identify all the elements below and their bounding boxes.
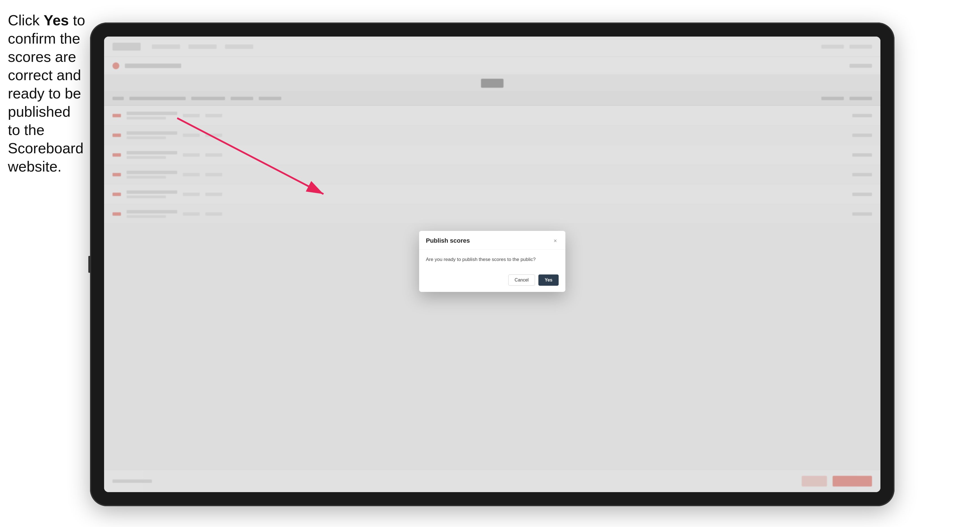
modal-title: Publish scores <box>426 237 470 244</box>
cancel-button[interactable]: Cancel <box>508 274 535 286</box>
modal-close-button[interactable]: × <box>552 237 558 244</box>
tablet-screen: Publish scores × Are you ready to publis… <box>104 37 880 492</box>
modal-footer: Cancel Yes <box>419 269 565 292</box>
modal-header: Publish scores × <box>419 231 565 250</box>
yes-button[interactable]: Yes <box>538 274 558 286</box>
modal-message: Are you ready to publish these scores to… <box>426 256 558 263</box>
tablet-side-button <box>88 256 91 273</box>
yes-emphasis: Yes <box>44 12 69 29</box>
modal-body: Are you ready to publish these scores to… <box>419 250 565 270</box>
instruction-text: Click Yes to confirm the scores are corr… <box>8 11 87 176</box>
tablet-device: Publish scores × Are you ready to publis… <box>90 22 894 506</box>
modal-dialog: Publish scores × Are you ready to publis… <box>419 231 565 292</box>
